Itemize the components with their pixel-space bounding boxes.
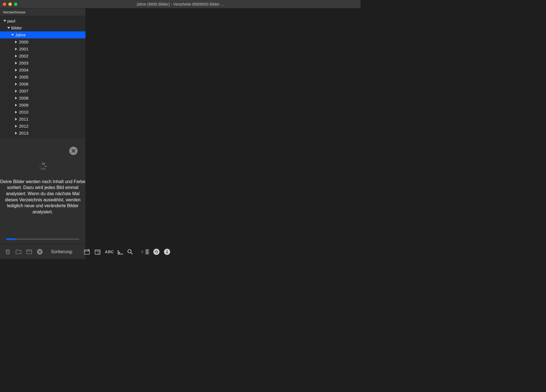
tree-label: 2006 [19, 82, 28, 86]
svg-rect-8 [27, 250, 32, 254]
close-icon[interactable] [69, 147, 78, 155]
tree-label: 2003 [19, 61, 28, 65]
main-pane: Deine Bilder werden nach Inhalt und Farb… [0, 138, 85, 259]
processing-message: Deine Bilder werden nach Inhalt und Farb… [0, 179, 85, 215]
minimize-window[interactable] [8, 3, 12, 6]
close-window[interactable] [3, 3, 6, 6]
tree-label: 2013 [19, 131, 28, 135]
tree-item-year[interactable]: 2001 [0, 45, 85, 52]
tree-label: 2010 [19, 110, 28, 114]
counter-value: 6 [141, 250, 144, 254]
tree-item-year[interactable]: 2008 [0, 94, 85, 102]
cancel-icon[interactable] [36, 248, 43, 255]
tree-label: 2011 [19, 117, 28, 121]
tree-item-year[interactable]: 2009 [0, 102, 85, 109]
trash-icon[interactable] [4, 248, 11, 255]
tree-item-year[interactable]: 2002 [0, 52, 85, 59]
svg-point-20 [166, 250, 167, 251]
tree-item-year[interactable]: 2010 [0, 109, 85, 116]
tree-item-year[interactable]: 2006 [0, 80, 85, 87]
search-icon[interactable] [127, 248, 133, 255]
directory-tree[interactable]: paul Bilder Jahre 2000200120022003200420… [0, 16, 85, 138]
sort-by-date-oldest-icon[interactable] [94, 248, 101, 255]
content-area: Deine Bilder werden nach Inhalt und Farb… [0, 138, 85, 238]
tree-item-year[interactable]: 2003 [0, 59, 85, 66]
sort-bars-icon[interactable] [118, 249, 123, 255]
tree-label: 2002 [19, 54, 28, 58]
window-title: Jahre (6695 Bilder) - Verarbeite 858/669… [136, 2, 224, 6]
tree-item-year[interactable]: 2000 [0, 38, 85, 45]
tree-item-year[interactable]: 2004 [0, 66, 85, 73]
svg-line-1 [44, 163, 45, 165]
stepper-down[interactable] [145, 252, 149, 255]
sort-alphabetical[interactable]: ABC [105, 250, 114, 254]
tree-item-year[interactable]: 2005 [0, 73, 85, 80]
progress-bar [6, 238, 79, 240]
tree-label: paul [7, 19, 15, 23]
tree-item-year[interactable]: 2007 [0, 87, 85, 94]
sidebar-header: Verzeichnisse [0, 8, 85, 16]
tree-label: Bilder [11, 26, 22, 30]
svg-rect-11 [84, 250, 89, 254]
tree-label: 2001 [19, 47, 28, 51]
folder-icon[interactable] [15, 248, 22, 255]
sort-by-color[interactable] [78, 249, 80, 255]
tree-label: 2009 [19, 103, 28, 107]
svg-line-3 [44, 168, 45, 169]
bottom-toolbar: Sortierung: ABC 6 [0, 244, 85, 259]
tree-label: 2005 [19, 75, 28, 79]
tree-item-jahre[interactable]: Jahre [0, 31, 85, 38]
tree-label: 2012 [19, 124, 28, 128]
counter-stepper[interactable] [145, 249, 149, 255]
svg-point-18 [153, 249, 159, 255]
svg-point-16 [128, 250, 131, 253]
spinner-icon [38, 162, 47, 171]
svg-point-15 [98, 252, 100, 254]
progress-fill [6, 238, 15, 240]
traffic-lights [3, 3, 17, 6]
window-icon[interactable] [26, 248, 33, 255]
zoom-window[interactable] [14, 3, 17, 6]
svg-line-5 [41, 168, 42, 169]
tree-item-year[interactable]: 2013 [0, 130, 85, 137]
refresh-icon[interactable] [153, 248, 160, 255]
svg-line-7 [41, 163, 42, 165]
tree-item-year[interactable]: 2011 [0, 116, 85, 123]
tree-item-year[interactable]: 2012 [0, 123, 85, 130]
info-icon[interactable] [164, 248, 170, 255]
tree-label: 2008 [19, 96, 28, 100]
stepper-up[interactable] [145, 249, 149, 252]
titlebar: Jahre (6695 Bilder) - Verarbeite 858/669… [0, 0, 360, 8]
tree-label: 2004 [19, 68, 28, 72]
tree-item-bilder[interactable]: Bilder [0, 24, 85, 31]
svg-line-17 [131, 253, 133, 254]
sort-label: Sortierung: [51, 249, 73, 254]
svg-rect-21 [166, 251, 167, 253]
tree-label: 2000 [19, 40, 28, 44]
tree-item-root[interactable]: paul [0, 17, 85, 24]
sidebar: Verzeichnisse paul Bilder Jahre 20002001… [0, 8, 86, 259]
tree-label: Jahre [15, 33, 26, 37]
sort-by-date-newest-icon[interactable] [84, 248, 90, 255]
tree-label: 2007 [19, 89, 28, 93]
